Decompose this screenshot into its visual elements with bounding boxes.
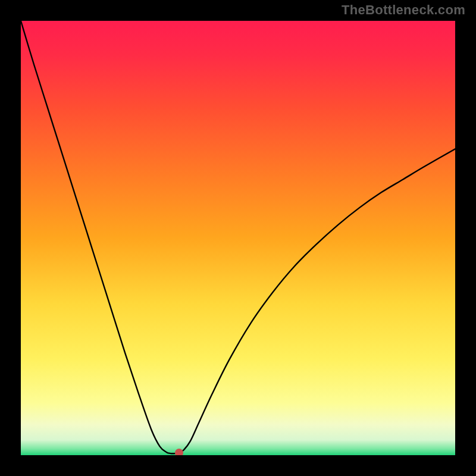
chart-container: TheBottleneck.com xyxy=(0,0,476,476)
plot-area xyxy=(21,21,455,455)
bottleneck-curve xyxy=(21,21,455,455)
watermark-text: TheBottleneck.com xyxy=(342,2,465,18)
optimal-point-marker xyxy=(175,449,183,455)
